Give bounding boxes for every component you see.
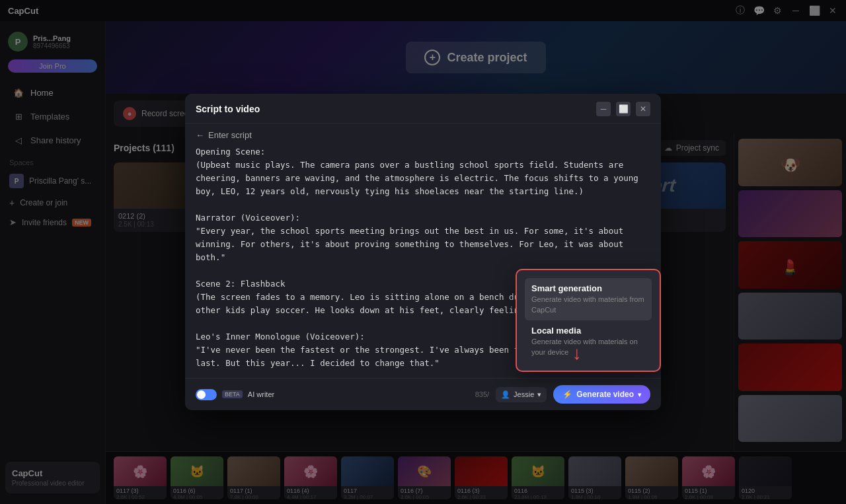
generate-chevron-icon: ▾	[638, 391, 641, 398]
toggle-knob	[197, 390, 206, 399]
beta-badge: BETA	[222, 390, 243, 398]
generate-popup-menu: Smart generation Generate video with mat…	[516, 269, 661, 372]
user-select-button[interactable]: 👤 Jessie ▾	[496, 387, 547, 402]
arrow-indicator: ↓	[572, 343, 582, 364]
dialog-header: Script to video ─ ⬜ ✕	[185, 94, 661, 124]
breadcrumb-label: Enter script	[208, 130, 252, 140]
generate-video-button[interactable]: ⚡ Generate video ▾	[553, 385, 650, 404]
script-to-video-dialog: Script to video ─ ⬜ ✕ ← Enter script Ope…	[185, 94, 661, 410]
dialog-minimize-button[interactable]: ─	[596, 102, 611, 116]
back-arrow-icon: ←	[196, 130, 204, 140]
ai-writer-label: AI writer	[248, 390, 274, 398]
dialog-close-button[interactable]: ✕	[636, 102, 650, 116]
dialog-breadcrumb: ← Enter script	[185, 124, 661, 145]
dialog-restore-button[interactable]: ⬜	[616, 102, 631, 116]
footer-right: 835/ 👤 Jessie ▾ ⚡ Generate video ▾	[475, 385, 650, 404]
smart-generation-desc: Generate video with materials from CapCu…	[531, 295, 645, 315]
generate-icon: ⚡	[562, 390, 572, 399]
local-media-desc: Generate video with materials on your de…	[531, 337, 645, 357]
user-icon: 👤	[501, 390, 510, 399]
dialog-controls: ─ ⬜ ✕	[596, 102, 650, 116]
char-count: 835/	[475, 390, 489, 398]
ai-writer-switch[interactable]	[196, 389, 217, 400]
local-media-item[interactable]: Local media Generate video with material…	[525, 320, 652, 363]
generate-label: Generate video	[576, 390, 634, 399]
smart-generation-item[interactable]: Smart generation Generate video with mat…	[525, 278, 652, 320]
breadcrumb-back-button[interactable]: ← Enter script	[196, 130, 252, 140]
user-chevron-icon: ▾	[537, 390, 541, 399]
user-name: Jessie	[514, 390, 534, 398]
dialog-footer: BETA AI writer 835/ 👤 Jessie ▾ ⚡ Generat…	[185, 378, 661, 410]
smart-generation-title: Smart generation	[531, 283, 645, 293]
ai-writer-toggle: BETA AI writer	[196, 389, 274, 400]
dialog-overlay: Script to video ─ ⬜ ✕ ← Enter script Ope…	[0, 0, 846, 504]
dialog-title: Script to video	[196, 104, 260, 114]
local-media-title: Local media	[531, 326, 645, 336]
